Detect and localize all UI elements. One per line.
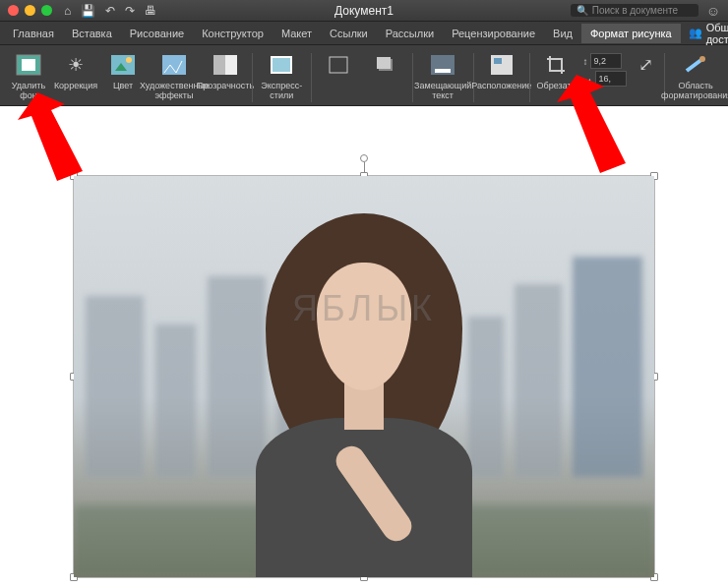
background-building — [515, 284, 561, 477]
quick-styles-label: Экспресс-стили — [261, 81, 303, 100]
rotation-connector — [364, 162, 365, 172]
save-icon[interactable]: 💾 — [81, 4, 95, 18]
share-button[interactable]: 👥 Общий доступ ⌃ — [681, 18, 728, 49]
svg-point-4 — [126, 57, 132, 63]
home-icon[interactable]: ⌂ — [64, 4, 71, 18]
zoom-window-button[interactable] — [41, 5, 52, 16]
share-icon: 👥 — [689, 27, 702, 39]
corrections-button[interactable]: ☀ Коррекция — [53, 49, 98, 92]
minimize-window-button[interactable] — [25, 5, 35, 16]
quick-access-toolbar: ⌂ 💾 ↶ ↷ 🖶 — [64, 4, 156, 18]
close-window-button[interactable] — [8, 5, 19, 16]
svg-rect-5 — [162, 55, 186, 75]
height-input[interactable] — [590, 53, 622, 69]
tab-layout[interactable]: Макет — [273, 24, 321, 43]
tab-picture-format[interactable]: Формат рисунка — [581, 24, 681, 43]
border-icon — [325, 51, 352, 79]
color-icon — [109, 51, 137, 79]
svg-rect-7 — [213, 55, 225, 75]
transparency-icon — [212, 51, 239, 79]
position-label: Расположение — [471, 81, 531, 90]
svg-rect-8 — [272, 57, 291, 73]
tab-home[interactable]: Главная — [4, 24, 63, 43]
svg-rect-2 — [111, 55, 135, 75]
svg-rect-1 — [22, 59, 35, 71]
transparency-button[interactable]: Прозрачность — [203, 49, 248, 92]
alt-text-label: Замещающий текст — [414, 81, 471, 100]
background-building — [86, 296, 144, 477]
selected-image-frame[interactable]: ЯБЛЫК — [73, 175, 655, 578]
styles-icon — [268, 51, 295, 79]
feedback-icon[interactable]: ☺ — [706, 3, 720, 19]
svg-point-16 — [699, 56, 705, 62]
ribbon-tabs: Главная Вставка Рисование Конструктор Ма… — [0, 22, 728, 45]
position-button[interactable]: Расположение — [478, 49, 525, 92]
separator — [252, 53, 253, 102]
background-building — [155, 324, 196, 477]
tab-insert[interactable]: Вставка — [63, 24, 121, 43]
border-button[interactable] — [316, 49, 361, 81]
tab-design[interactable]: Конструктор — [193, 24, 273, 43]
artistic-effects-button[interactable]: Художественные эффекты — [148, 49, 201, 102]
separator — [529, 53, 530, 102]
undo-icon[interactable]: ↶ — [105, 4, 115, 18]
color-label: Цвет — [113, 81, 133, 90]
corrections-label: Коррекция — [54, 81, 97, 90]
svg-marker-18 — [557, 75, 626, 173]
position-icon — [488, 51, 516, 79]
transparency-label: Прозрачность — [197, 81, 254, 90]
format-pane-icon — [682, 51, 709, 79]
inserted-photo[interactable]: ЯБЛЫК — [74, 176, 654, 577]
titlebar: ⌂ 💾 ↶ ↷ 🖶 Документ1 🔍 Поиск в документе … — [0, 0, 728, 22]
effects-icon — [372, 51, 399, 79]
document-canvas[interactable]: ЯБЛЫК — [0, 106, 728, 588]
brightness-icon: ☀ — [62, 51, 90, 79]
search-placeholder: Поиск в документе — [592, 5, 678, 16]
tab-view[interactable]: Вид — [544, 24, 581, 43]
format-pane-button[interactable]: Область форматирования — [669, 49, 722, 102]
quick-styles-button[interactable]: Экспресс-стили — [257, 49, 307, 102]
share-label: Общий доступ — [706, 22, 728, 45]
document-title: Документ1 — [334, 4, 394, 18]
effects-button[interactable] — [363, 49, 408, 81]
svg-rect-9 — [330, 57, 347, 73]
rotation-handle[interactable] — [360, 154, 368, 162]
alt-text-icon — [429, 51, 456, 79]
svg-rect-15 — [494, 58, 502, 64]
background-building — [573, 257, 642, 477]
remove-background-icon — [15, 51, 42, 79]
alt-text-button[interactable]: Замещающий текст — [416, 49, 469, 102]
redo-icon[interactable]: ↷ — [125, 4, 135, 18]
print-icon[interactable]: 🖶 — [145, 4, 156, 18]
tab-review[interactable]: Рецензирование — [443, 24, 544, 43]
artistic-icon — [160, 51, 188, 79]
separator — [311, 53, 312, 102]
person-figure — [236, 204, 492, 577]
svg-rect-11 — [377, 57, 391, 69]
search-input[interactable]: 🔍 Поиск в документе — [571, 4, 698, 17]
watermark-text: ЯБЛЫК — [292, 288, 436, 329]
format-pane-label: Область форматирования — [661, 81, 728, 100]
svg-rect-13 — [435, 69, 451, 73]
svg-marker-17 — [18, 92, 83, 181]
window-controls — [8, 5, 52, 16]
separator — [412, 53, 413, 102]
search-icon: 🔍 — [576, 5, 588, 16]
separator — [473, 53, 474, 102]
tab-references[interactable]: Ссылки — [321, 24, 377, 43]
height-icon: ↕ — [582, 56, 587, 67]
tab-draw[interactable]: Рисование — [121, 24, 193, 43]
tab-mailings[interactable]: Рассылки — [377, 24, 443, 43]
